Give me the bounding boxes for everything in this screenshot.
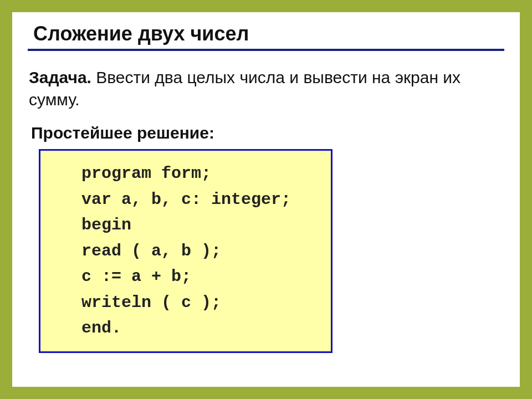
title-container: Сложение двух чисел: [28, 22, 504, 51]
slide-content: Сложение двух чисел Задача. Ввести два ц…: [12, 12, 520, 353]
slide-frame: Сложение двух чисел Задача. Ввести два ц…: [0, 0, 532, 399]
slide-title: Сложение двух чисел: [28, 22, 504, 45]
solution-heading: Простейшее решение:: [28, 124, 504, 142]
task-paragraph: Задача. Ввести два целых числа и вывести…: [28, 66, 504, 110]
task-text: Ввести два целых числа и вывести на экра…: [29, 68, 461, 109]
task-label: Задача.: [29, 68, 91, 86]
code-listing: program form; var a, b, c: integer; begi…: [52, 161, 322, 341]
code-box: program form; var a, b, c: integer; begi…: [39, 149, 332, 353]
